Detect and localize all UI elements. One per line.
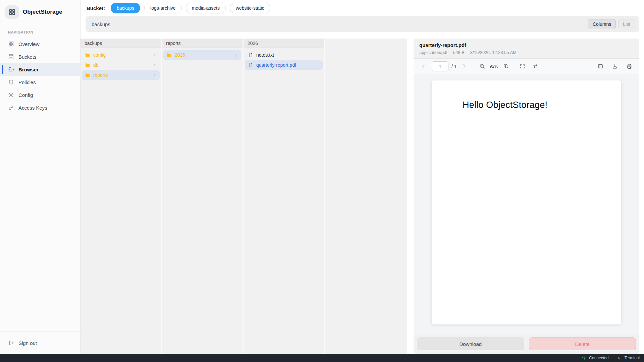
file-icon [248, 62, 253, 68]
sidebar: ObjectStorage NAVIGATION Overview Bucket… [0, 0, 80, 354]
sign-out-button[interactable]: Sign out [0, 337, 80, 349]
zoom-level: 92% [488, 64, 500, 69]
key-icon [8, 105, 14, 111]
pdf-page-text: Hello ObjectStorage! [463, 100, 608, 110]
brand: ObjectStorage [0, 0, 80, 24]
bucket-pill-logs-archive[interactable]: logs-archive [144, 3, 181, 13]
sidebar-item-label: Overview [18, 41, 40, 47]
page-count: / 1 [451, 64, 457, 69]
file-row-notes-txt[interactable]: notes.txt [245, 50, 323, 60]
zoom-out-icon[interactable] [478, 62, 486, 70]
file-meta: application/pdf 548 B 3/15/2026, 12:23:5… [419, 50, 634, 55]
nav-section-label: NAVIGATION [0, 24, 80, 38]
file-content-type: application/pdf [419, 50, 447, 55]
connection-status-label: Connected [589, 356, 608, 360]
file-icon [248, 52, 253, 58]
sidebar-item-policies[interactable]: Policies [0, 76, 80, 88]
column-spacer [325, 39, 407, 354]
folder-row-2026[interactable]: 2026 [163, 50, 241, 60]
detail-actions: Download Delete [414, 335, 639, 354]
miller-columns: backups config db [80, 39, 407, 354]
terminal-status[interactable]: >_ Terminal [613, 354, 644, 362]
next-page-button[interactable] [460, 62, 469, 70]
folder-name: reports [93, 72, 108, 78]
bucket-pill-website-static[interactable]: website-static [230, 3, 270, 13]
terminal-icon: >_ [618, 356, 622, 360]
fullscreen-icon[interactable] [518, 62, 527, 70]
app-title: ObjectStorage [23, 9, 62, 15]
pdf-viewer[interactable]: Hello ObjectStorage! [414, 74, 639, 335]
prev-page-button[interactable] [419, 62, 428, 70]
file-title: quarterly-report.pdf [419, 42, 634, 48]
file-row-quarterly-report-pdf[interactable]: quarterly-report.pdf [245, 60, 323, 70]
database-icon [8, 54, 14, 60]
chevron-right-icon [234, 53, 238, 57]
terminal-label: Terminal [625, 356, 640, 360]
bucket-pill-media-assets[interactable]: media-assets [186, 3, 226, 13]
folder-icon [166, 52, 172, 58]
folder-icon [85, 52, 90, 58]
pdf-toolbar: / 1 92% [414, 58, 639, 74]
column-header: 2026 [244, 39, 324, 48]
page-number-input[interactable] [432, 61, 448, 71]
folder-name: 2026 [175, 52, 185, 58]
bucket-label: Bucket: [87, 5, 105, 11]
toolbar-right-actions [596, 62, 634, 71]
view-columns-button[interactable]: Columns [588, 19, 616, 29]
sidebar-item-access-keys[interactable]: Access Keys [0, 101, 80, 114]
print-icon[interactable] [625, 62, 634, 71]
side-panel-icon[interactable] [596, 62, 605, 71]
column-2026: 2026 notes.txt quarterly-report.pdf [244, 39, 325, 354]
delete-button[interactable]: Delete [529, 338, 636, 350]
download-button[interactable]: Download [417, 338, 524, 350]
zoom-in-icon[interactable] [502, 62, 510, 70]
file-size: 548 B [453, 50, 465, 55]
detail-header: quarterly-report.pdf application/pdf 548… [414, 39, 639, 58]
zoom-controls: 92% [478, 62, 510, 70]
view-list-button[interactable]: List [618, 19, 635, 29]
sidebar-item-config[interactable]: Config [0, 88, 80, 101]
folder-icon [85, 72, 90, 78]
main-area: Bucket: backups logs-archive media-asset… [80, 0, 644, 354]
folder-open-icon [8, 66, 14, 72]
shield-icon [8, 79, 14, 85]
sidebar-item-overview[interactable]: Overview [0, 38, 80, 50]
sidebar-item-label: Buckets [18, 54, 36, 60]
folder-name: config [93, 52, 106, 58]
app-window: ObjectStorage NAVIGATION Overview Bucket… [0, 0, 644, 362]
sidebar-nav: Overview Buckets Browser Policies Config [0, 38, 80, 331]
sign-out-icon [8, 340, 14, 346]
fit-controls [518, 62, 540, 70]
connection-status: Connected [578, 354, 613, 362]
gear-icon [8, 92, 14, 98]
wifi-icon [582, 356, 587, 360]
grid-icon [8, 41, 14, 47]
content-region: backups config db [80, 39, 644, 354]
sidebar-item-browser[interactable]: Browser [0, 63, 80, 76]
bucket-pill-backups[interactable]: backups [111, 3, 140, 13]
file-name: notes.txt [256, 52, 274, 58]
file-modified: 3/15/2026, 12:23:55 AM [470, 50, 517, 55]
pdf-page: Hello ObjectStorage! [432, 80, 621, 324]
chevron-right-icon [152, 53, 157, 57]
current-path: backups [92, 21, 110, 27]
folder-name: db [93, 62, 99, 68]
folder-row-db[interactable]: db [82, 60, 160, 70]
view-toggle: Columns List [588, 19, 635, 29]
rotate-swap-icon[interactable] [531, 62, 540, 70]
chevron-right-icon [152, 63, 157, 67]
sidebar-item-buckets[interactable]: Buckets [0, 50, 80, 63]
folder-row-config[interactable]: config [82, 50, 160, 60]
sidebar-footer: Sign out [0, 331, 80, 354]
status-bar: Connected >_ Terminal [0, 354, 644, 362]
folder-row-reports[interactable]: reports [82, 70, 160, 80]
bucket-bar: Bucket: backups logs-archive media-asset… [80, 0, 644, 16]
app-logo-icon [5, 5, 19, 19]
column-backups: backups config db [80, 39, 162, 354]
chevron-right-icon [152, 73, 157, 77]
panel-gutter [407, 39, 414, 354]
sidebar-item-label: Config [18, 92, 33, 98]
sign-out-label: Sign out [18, 340, 37, 346]
folder-icon [85, 62, 90, 68]
download-icon[interactable] [610, 62, 619, 71]
